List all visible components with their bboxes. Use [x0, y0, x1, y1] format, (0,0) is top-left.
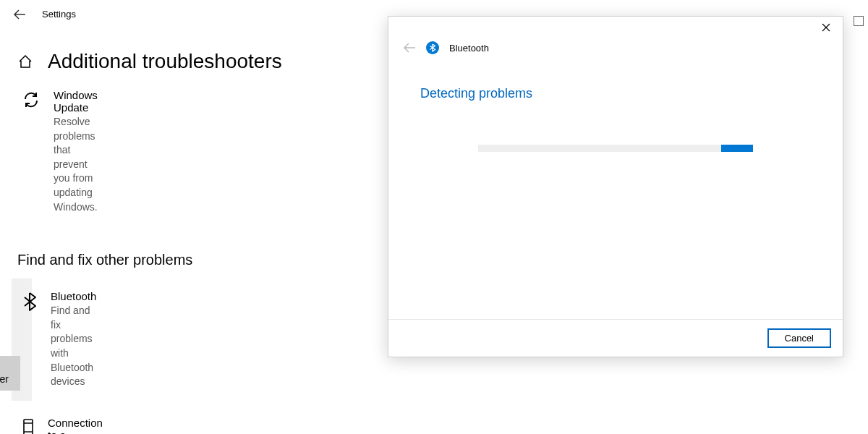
troubleshooter-title: Windows Update: [54, 89, 98, 114]
bluetooth-icon: [22, 290, 38, 312]
troubleshooter-desc: Resolve problems that prevent you from u…: [54, 115, 98, 214]
troubleshooter-windows-update[interactable]: Windows Update Resolve problems that pre…: [12, 80, 32, 223]
sync-icon: [22, 89, 41, 109]
device-icon: [22, 417, 35, 434]
troubleshooter-title: Connection to a Workplace Using DirectAc…: [48, 417, 111, 434]
progress-track: [478, 145, 753, 152]
dialog-title: Bluetooth: [449, 43, 489, 54]
page-title: Additional troubleshooters: [48, 50, 282, 73]
troubleshooter-title: Bluetooth: [51, 290, 96, 302]
troubleshooter-bluetooth[interactable]: Bluetooth Find and fix problems with Blu…: [12, 278, 32, 401]
dialog-body: Detecting problems: [388, 64, 843, 319]
run-troubleshooter-button[interactable]: Run the troubleshooter: [0, 356, 20, 391]
home-icon[interactable]: [17, 54, 33, 69]
cancel-button[interactable]: Cancel: [767, 328, 831, 348]
troubleshooter-directaccess[interactable]: Connection to a Workplace Using DirectAc…: [12, 408, 32, 434]
back-icon[interactable]: [13, 9, 26, 20]
close-icon[interactable]: [809, 17, 843, 38]
topbar-title: Settings: [42, 9, 76, 20]
progress-bar: [721, 145, 753, 152]
bluetooth-badge-icon: [426, 41, 439, 54]
dialog-footer: Cancel: [388, 319, 843, 357]
maximize-icon[interactable]: [854, 16, 864, 26]
dialog-topbar: [388, 17, 843, 41]
troubleshooter-desc: Find and fix problems with Bluetooth dev…: [51, 304, 96, 389]
troubleshooter-dialog: Bluetooth Detecting problems Cancel: [388, 16, 843, 357]
dialog-status: Detecting problems: [420, 86, 811, 101]
dialog-back-icon: [403, 43, 416, 53]
dialog-header: Bluetooth: [388, 41, 843, 64]
